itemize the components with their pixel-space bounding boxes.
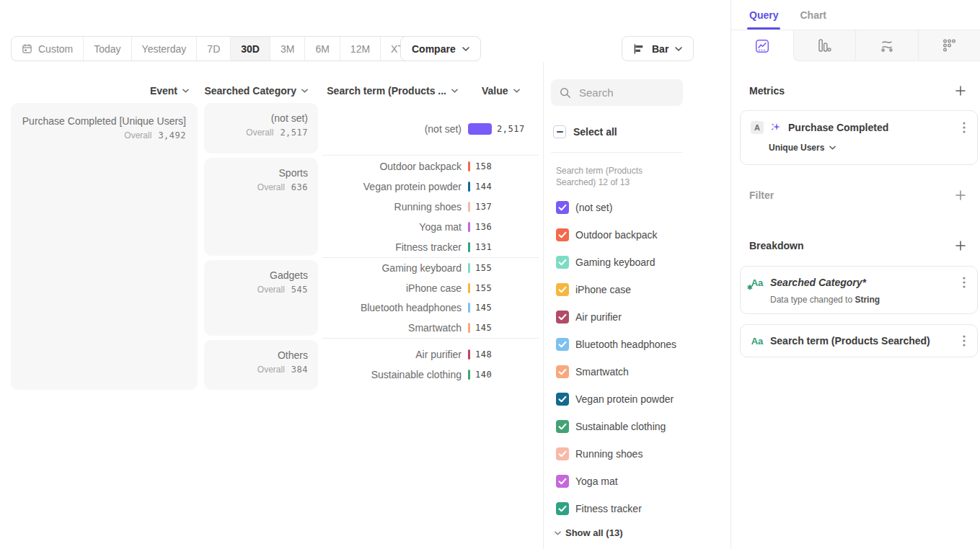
tab-query[interactable]: Query [749, 9, 778, 21]
checkbox-checked[interactable] [556, 283, 569, 296]
filter-term-row-not-set[interactable]: (not set) [544, 194, 731, 221]
chart-row-iphone-case[interactable]: iPhone case155 [322, 278, 539, 298]
metric-aggregation-selector[interactable]: Unique Users [769, 143, 967, 153]
chart-row-bluetooth-headphones[interactable]: Bluetooth headphones145 [322, 298, 539, 318]
date-range-yesterday[interactable]: Yesterday [132, 37, 198, 61]
bar-value: 145 [475, 303, 492, 313]
date-range-6m[interactable]: 6M [305, 37, 340, 61]
filter-term-row-fitness-tracker[interactable]: Fitness tracker [544, 495, 731, 522]
checkbox-checked[interactable] [556, 475, 569, 488]
checkbox-checked[interactable] [556, 311, 569, 323]
chart-row-vegan-protein-powder[interactable]: Vegan protein powder144 [322, 177, 539, 197]
tab-insights[interactable] [731, 30, 793, 61]
search-input[interactable] [578, 86, 674, 99]
kebab-menu-icon[interactable] [961, 275, 967, 290]
column-header-event[interactable]: Event [11, 84, 189, 97]
date-range-7d[interactable]: 7D [197, 37, 231, 61]
tab-flows[interactable] [855, 30, 918, 61]
category-card-gadgets[interactable]: GadgetsOverall545 [204, 260, 318, 336]
chart-row-outdoor-backpack[interactable]: Outdoor backpack158 [322, 156, 539, 177]
checkbox-checked[interactable] [556, 447, 569, 460]
filter-term-row-iphone-case[interactable]: iPhone case [544, 276, 731, 303]
bar-value: 2,517 [497, 124, 525, 134]
chevron-down-icon [555, 531, 561, 535]
kebab-menu-icon[interactable] [961, 334, 967, 348]
filter-term-label: Smartwatch [575, 366, 629, 378]
filter-term-row-gaming-keyboard[interactable]: Gaming keyboard [544, 249, 731, 276]
checkbox-checked[interactable] [556, 393, 569, 406]
filter-term-row-air-purifier[interactable]: Air purifier [544, 303, 731, 331]
select-all-row[interactable]: Select all [553, 125, 617, 138]
column-header-value[interactable]: Value [482, 84, 547, 97]
tab-funnels[interactable] [793, 30, 856, 61]
checkbox-checked[interactable] [556, 201, 569, 214]
column-header-searched-category[interactable]: Searched Category [204, 84, 308, 97]
bar[interactable] [468, 161, 470, 171]
kebab-menu-icon[interactable] [961, 120, 967, 135]
search-box[interactable] [551, 79, 683, 106]
bar-value: 136 [475, 222, 492, 232]
flows-icon [880, 38, 894, 53]
chart-row-not-set[interactable]: (not set)2,517 [322, 119, 539, 139]
compare-button[interactable]: Compare [400, 36, 481, 61]
date-range-12m[interactable]: 12M [340, 37, 381, 61]
chart-row-running-shoes[interactable]: Running shoes137 [322, 197, 539, 217]
bar[interactable] [468, 323, 470, 333]
checkbox-checked[interactable] [556, 420, 569, 433]
chart-row-fitness-tracker[interactable]: Fitness tracker131 [322, 237, 539, 257]
chevron-down-icon [829, 146, 836, 150]
bar[interactable] [468, 303, 470, 313]
add-metric-button[interactable] [955, 86, 966, 96]
column-header-search-term[interactable]: Search term (Products ... [322, 84, 458, 97]
select-all-checkbox-indeterminate[interactable] [553, 125, 566, 138]
chart-type-button[interactable]: Bar [622, 36, 694, 61]
filter-term-row-running-shoes[interactable]: Running shoes [544, 440, 731, 468]
bar[interactable] [468, 349, 470, 360]
metric-card[interactable]: A Purchase Completed Unique Users [740, 110, 978, 165]
chart-row-smartwatch[interactable]: Smartwatch145 [322, 318, 539, 338]
add-filter-button[interactable] [955, 190, 966, 200]
overall-label: Overall [246, 128, 273, 138]
chart-row-air-purifier[interactable]: Air purifier148 [322, 344, 539, 365]
filter-term-row-vegan-protein-powder[interactable]: Vegan protein powder [544, 385, 731, 413]
select-all-label: Select all [573, 126, 617, 138]
breakdown-card-search-term-products-searched[interactable]: AaSearch term (Products Searched) [740, 324, 978, 357]
analytics-app: CustomTodayYesterday7D30D3M6M12MXTD Comp… [0, 0, 980, 549]
overall-label: Overall [257, 285, 285, 295]
filter-term-row-sustainable-clothing[interactable]: Sustainable clothing [544, 413, 731, 440]
checkbox-checked[interactable] [556, 228, 569, 241]
date-range-custom[interactable]: Custom [12, 37, 84, 61]
show-all-button[interactable]: Show all (13) [555, 527, 622, 538]
bar[interactable] [468, 283, 470, 293]
bar[interactable] [468, 263, 470, 273]
chart-row-sustainable-clothing[interactable]: Sustainable clothing140 [322, 365, 539, 385]
tab-chart[interactable]: Chart [800, 9, 826, 21]
chart-row-gaming-keyboard[interactable]: Gaming keyboard155 [322, 258, 539, 278]
checkbox-checked[interactable] [556, 502, 569, 515]
event-card[interactable]: Purchase Completed [Unique Users] Overal… [11, 103, 198, 390]
date-range-3m[interactable]: 3M [270, 37, 305, 61]
category-card-others[interactable]: OthersOverall384 [204, 340, 318, 390]
checkbox-checked[interactable] [556, 256, 569, 269]
checkbox-checked[interactable] [556, 365, 569, 378]
breakdown-card-searched-category[interactable]: Aa✱Searched Category*Data type changed t… [740, 266, 978, 314]
bar[interactable] [468, 202, 470, 212]
category-card-not-set[interactable]: (not set)Overall2,517 [204, 103, 318, 153]
checkbox-checked[interactable] [556, 338, 569, 351]
date-range-30d[interactable]: 30D [231, 37, 270, 61]
bar[interactable] [468, 182, 470, 192]
filter-term-row-outdoor-backpack[interactable]: Outdoor backpack [544, 221, 731, 249]
add-breakdown-button[interactable] [955, 241, 966, 251]
bar[interactable] [468, 242, 470, 252]
category-card-sports[interactable]: SportsOverall636 [204, 158, 318, 256]
date-range-today[interactable]: Today [84, 37, 131, 61]
chart-row-yoga-mat[interactable]: Yoga mat136 [322, 217, 539, 237]
filter-term-row-bluetooth-headphones[interactable]: Bluetooth headphones [544, 331, 731, 358]
tab-retention[interactable] [918, 30, 980, 61]
filter-term-row-smartwatch[interactable]: Smartwatch [544, 358, 731, 385]
bar[interactable] [468, 222, 470, 232]
breakdown-section-title: Breakdown [749, 240, 803, 251]
filter-term-row-yoga-mat[interactable]: Yoga mat [544, 468, 731, 495]
bar[interactable] [468, 370, 470, 380]
bar[interactable] [468, 123, 492, 135]
